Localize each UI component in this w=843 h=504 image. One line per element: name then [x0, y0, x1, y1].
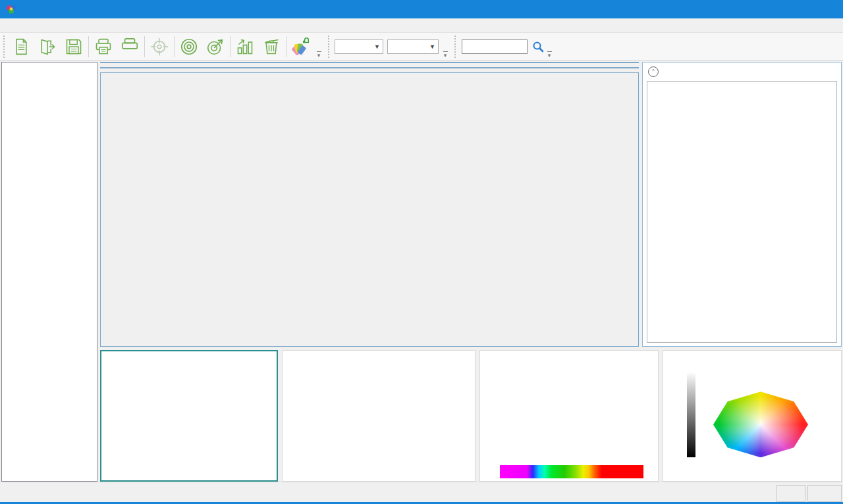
sample-tree-panel: [1, 62, 97, 482]
toolbar-overflow-button[interactable]: ▾: [441, 51, 450, 58]
menu-bar: [0, 18, 843, 33]
illuminant-select[interactable]: ▼: [387, 39, 439, 54]
minimize-button[interactable]: [752, 0, 782, 18]
toolbar-separator: [286, 36, 286, 57]
sample-table: [100, 72, 639, 347]
chevron-down-icon: ▼: [424, 43, 435, 50]
close-button[interactable]: [813, 0, 843, 18]
toolbar-overflow-button[interactable]: ▾: [545, 51, 554, 58]
collapse-panel-button[interactable]: ⌃: [648, 66, 659, 77]
toolbar-overflow-button[interactable]: ▾: [314, 51, 323, 58]
toolbar-drag-handle[interactable]: [327, 36, 331, 58]
analysis-button[interactable]: [232, 34, 258, 59]
lightness-gradient-bar: [687, 373, 695, 457]
color-difference-panel: ⌃: [642, 62, 842, 347]
status-bar: [0, 482, 843, 504]
print-word-icon: [120, 37, 140, 57]
maximize-button[interactable]: [782, 0, 813, 18]
mode-select[interactable]: ▼: [335, 39, 383, 54]
main-body: ⌃: [0, 61, 843, 482]
save-button[interactable]: [61, 34, 87, 59]
cie-lab-box: [647, 81, 837, 343]
tables-column: [100, 62, 639, 347]
toolbar-drag-handle[interactable]: [453, 36, 457, 58]
delta-e-trend-chart-panel[interactable]: [282, 350, 476, 482]
spectral-chart-panel[interactable]: [479, 350, 659, 482]
measure-sample-button[interactable]: [202, 34, 229, 59]
calibrate-button[interactable]: [146, 34, 173, 59]
lab-color-wheel: [713, 391, 808, 457]
auto-mode-indicator[interactable]: [776, 485, 805, 502]
color-match-button[interactable]: [288, 34, 314, 59]
toolbar-separator: [88, 36, 89, 57]
target-arrow-icon: [205, 37, 225, 57]
print-icon: [94, 38, 113, 56]
color-fan-icon: [290, 36, 312, 57]
workspace: ⌃: [100, 62, 842, 482]
charts-row: [100, 350, 842, 482]
save-icon: [65, 38, 83, 56]
search-icon[interactable]: [531, 40, 545, 53]
toolbar: ▾ ▼ ▼ ▾ ▾: [0, 33, 843, 61]
toolbar-separator: [230, 36, 231, 57]
export-button[interactable]: [34, 34, 61, 59]
concentric-circles-icon: [179, 37, 199, 57]
delete-button[interactable]: [258, 34, 285, 59]
trash-icon: [262, 38, 281, 56]
new-document-button[interactable]: [8, 34, 34, 59]
target-crosshair-icon: [150, 37, 169, 57]
delta-ab-chart-panel[interactable]: [100, 350, 278, 482]
app-logo-icon: [5, 3, 17, 15]
toolbar-drag-handle[interactable]: [2, 36, 6, 58]
chevron-down-icon: ▼: [369, 43, 380, 50]
lab-wheel-chart-panel[interactable]: [663, 350, 842, 482]
spectrum-color-bar: [500, 465, 643, 478]
measure-standard-button[interactable]: [176, 34, 202, 59]
tolerance-table: [100, 62, 639, 63]
toolbar-separator: [144, 36, 145, 57]
print-word-button[interactable]: [117, 34, 143, 59]
status-empty-cell: [807, 485, 842, 502]
standard-table: [100, 67, 639, 68]
title-bar: [0, 0, 843, 18]
export-icon: [38, 38, 57, 56]
new-document-icon: [12, 38, 30, 56]
print-button[interactable]: [90, 34, 117, 59]
chart-icon: [236, 38, 254, 56]
search-input[interactable]: [462, 39, 528, 54]
toolbar-separator: [174, 36, 175, 57]
